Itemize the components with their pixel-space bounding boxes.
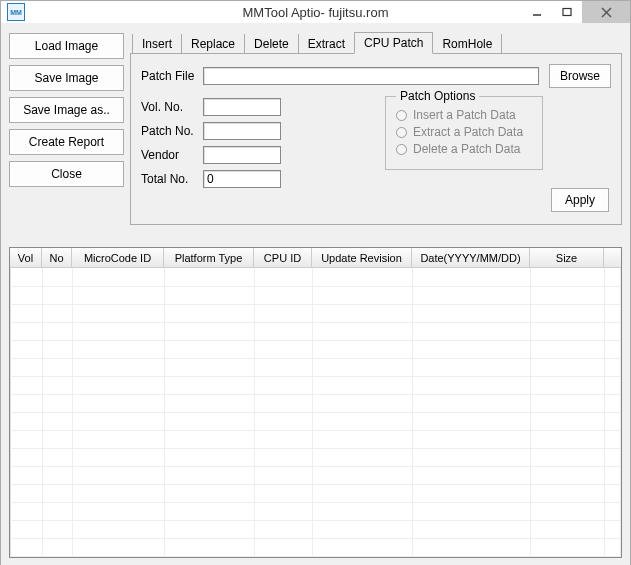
patch-options-group: Patch Options Insert a Patch Data Extrac… <box>385 96 543 170</box>
table-row[interactable] <box>10 484 621 502</box>
minimize-icon <box>532 7 542 17</box>
radio-icon <box>396 110 407 121</box>
patch-file-input[interactable] <box>203 67 539 85</box>
table-row[interactable] <box>10 358 621 376</box>
radio-insert-patch[interactable]: Insert a Patch Data <box>396 108 532 122</box>
table-row[interactable] <box>10 502 621 520</box>
total-no-input[interactable] <box>203 170 281 188</box>
svg-rect-1 <box>563 9 571 16</box>
tab-strip: Insert Replace Delete Extract CPU Patch … <box>130 31 622 53</box>
data-grid[interactable]: VolNoMicroCode IDPlatform TypeCPU IDUpda… <box>9 247 622 558</box>
radio-insert-label: Insert a Patch Data <box>413 108 516 122</box>
grid-header: VolNoMicroCode IDPlatform TypeCPU IDUpda… <box>10 248 621 268</box>
vol-no-input[interactable] <box>203 98 281 116</box>
titlebar: MM MMTool Aptio- fujitsu.rom <box>1 1 630 23</box>
grid-column-header[interactable]: CPU ID <box>254 248 312 267</box>
browse-button[interactable]: Browse <box>549 64 611 88</box>
close-icon <box>601 7 612 18</box>
table-row[interactable] <box>10 304 621 322</box>
left-button-column: Load Image Save Image Save Image as.. Cr… <box>9 31 124 225</box>
radio-extract-patch[interactable]: Extract a Patch Data <box>396 125 532 139</box>
table-row[interactable] <box>10 322 621 340</box>
save-image-as-button[interactable]: Save Image as.. <box>9 97 124 123</box>
tab-delete[interactable]: Delete <box>245 34 299 54</box>
maximize-icon <box>562 7 572 17</box>
create-report-button[interactable]: Create Report <box>9 129 124 155</box>
client-area: Load Image Save Image Save Image as.. Cr… <box>1 23 630 565</box>
grid-body[interactable] <box>10 268 621 557</box>
maximize-button[interactable] <box>552 1 582 23</box>
grid-column-header[interactable]: Vol <box>10 248 42 267</box>
minimize-button[interactable] <box>522 1 552 23</box>
grid-column-header[interactable]: Update Revision <box>312 248 412 267</box>
patch-file-row: Patch File Browse <box>141 64 611 88</box>
table-row[interactable] <box>10 520 621 538</box>
close-button[interactable]: Close <box>9 161 124 187</box>
tab-replace[interactable]: Replace <box>182 34 245 54</box>
app-icon: MM <box>7 3 25 21</box>
vendor-label: Vendor <box>141 148 203 162</box>
tab-cpu-patch[interactable]: CPU Patch <box>354 32 433 54</box>
grid-column-header[interactable]: Size <box>530 248 604 267</box>
table-row[interactable] <box>10 394 621 412</box>
grid-column-header[interactable]: No <box>42 248 72 267</box>
grid-table <box>10 268 621 557</box>
table-row[interactable] <box>10 412 621 430</box>
radio-delete-patch[interactable]: Delete a Patch Data <box>396 142 532 156</box>
patch-no-input[interactable] <box>203 122 281 140</box>
load-image-button[interactable]: Load Image <box>9 33 124 59</box>
upper-section: Load Image Save Image Save Image as.. Cr… <box>9 31 622 225</box>
table-row[interactable] <box>10 340 621 358</box>
table-row[interactable] <box>10 268 621 286</box>
grid-column-header[interactable]: Platform Type <box>164 248 254 267</box>
apply-button[interactable]: Apply <box>551 188 609 212</box>
tab-insert[interactable]: Insert <box>132 34 182 54</box>
patch-no-label: Patch No. <box>141 124 203 138</box>
table-row[interactable] <box>10 376 621 394</box>
app-window: MM MMTool Aptio- fujitsu.rom Load Image … <box>0 0 631 565</box>
table-row[interactable] <box>10 466 621 484</box>
radio-extract-label: Extract a Patch Data <box>413 125 523 139</box>
vendor-input[interactable] <box>203 146 281 164</box>
save-image-button[interactable]: Save Image <box>9 65 124 91</box>
table-row[interactable] <box>10 538 621 556</box>
grid-column-header <box>604 248 621 267</box>
tab-romhole[interactable]: RomHole <box>433 34 502 54</box>
grid-column-header[interactable]: Date(YYYY/MM/DD) <box>412 248 530 267</box>
patch-options-legend: Patch Options <box>396 89 479 103</box>
total-no-row: Total No. <box>141 170 611 188</box>
vol-no-label: Vol. No. <box>141 100 203 114</box>
table-row[interactable] <box>10 430 621 448</box>
radio-delete-label: Delete a Patch Data <box>413 142 520 156</box>
right-pane: Insert Replace Delete Extract CPU Patch … <box>130 31 622 225</box>
patch-file-label: Patch File <box>141 69 203 83</box>
window-controls <box>522 1 630 23</box>
total-no-label: Total No. <box>141 172 203 186</box>
radio-icon <box>396 127 407 138</box>
cpu-patch-panel: Patch File Browse Vol. No. Patch No. Ven… <box>130 53 622 225</box>
table-row[interactable] <box>10 286 621 304</box>
table-row[interactable] <box>10 448 621 466</box>
window-close-button[interactable] <box>582 1 630 23</box>
radio-icon <box>396 144 407 155</box>
tab-extract[interactable]: Extract <box>299 34 355 54</box>
grid-column-header[interactable]: MicroCode ID <box>72 248 164 267</box>
